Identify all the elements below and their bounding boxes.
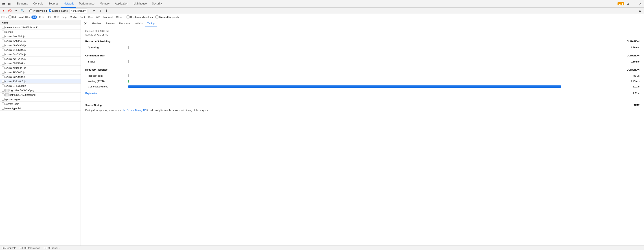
file-item[interactable]: chunk-cb0ad4e4.js (0, 66, 80, 70)
file-checkbox[interactable] (2, 76, 4, 78)
file-checkbox[interactable] (2, 80, 4, 83)
sub-tab-initiator[interactable]: Initiator (132, 20, 145, 27)
server-timing-api-link[interactable]: the Server Timing API (123, 109, 146, 111)
tab-sources[interactable]: Sources (46, 0, 61, 8)
tab-lighthouse[interactable]: Lighthouse (131, 0, 150, 8)
devtools-icon[interactable]: ⇄ (1, 1, 6, 7)
file-checkbox[interactable] (2, 93, 4, 96)
close-devtools-icon[interactable]: ✕ (638, 1, 643, 7)
file-item[interactable]: chunk-136cc8c0.js (0, 79, 80, 84)
file-checkbox[interactable] (2, 35, 4, 38)
tab-network[interactable]: Network (61, 0, 76, 8)
sub-tab-timing[interactable]: Timing (145, 20, 157, 27)
file-item[interactable]: chunk-fba471f8.js (0, 34, 80, 39)
close-detail-button[interactable]: ✕ (82, 21, 88, 26)
file-checkbox[interactable] (2, 58, 4, 60)
filter-btn-css[interactable]: CSS (52, 16, 60, 19)
file-checkbox[interactable] (2, 98, 4, 101)
filter-btn-manifest[interactable]: Manifest (102, 16, 114, 19)
filter-btn-other[interactable]: Other (114, 16, 124, 19)
file-item[interactable]: chunk-7182b1fa.js (0, 48, 80, 52)
filter-btn-all[interactable]: All (32, 16, 37, 19)
more-icon[interactable]: ⋮ (632, 1, 637, 7)
hide-data-urls-checkbox[interactable] (8, 16, 12, 19)
blocked-requests-label[interactable]: Blocked Requests (156, 16, 179, 19)
file-name: menus (6, 31, 13, 33)
file-checkbox[interactable] (2, 89, 4, 92)
filter-btn-xhr[interactable]: XHR (38, 16, 46, 19)
settings-icon[interactable]: ⚙ (625, 1, 630, 7)
file-item[interactable]: ga-messages (0, 97, 80, 102)
file-checkbox[interactable] (2, 31, 4, 33)
file-item[interactable]: current-login (0, 102, 80, 106)
file-checkbox[interactable] (2, 26, 4, 29)
timing-row-name: Request sent (88, 74, 128, 77)
tab-security[interactable]: Security (150, 0, 164, 8)
filter-icon[interactable]: ▼ (14, 9, 18, 13)
file-item[interactable]: clement-icons.21ad552a.woff (0, 25, 80, 30)
search-icon[interactable]: 🔍 (20, 9, 25, 13)
file-item[interactable]: logo-idss.5ef3a3ef.png (0, 88, 80, 93)
sub-tab-headers[interactable]: Headers (90, 20, 104, 27)
file-checkbox[interactable] (2, 49, 4, 51)
tab-application[interactable]: Application (112, 0, 131, 8)
file-item[interactable]: notfound.24588be9.png (0, 93, 80, 97)
file-item[interactable]: chunk-b3f49a4e.js (0, 57, 80, 61)
record-button[interactable]: ● (1, 9, 6, 13)
has-blocked-cookies-checkbox[interactable] (126, 16, 130, 19)
filter-btn-media[interactable]: Media (68, 16, 78, 19)
filter-btn-doc[interactable]: Doc (86, 16, 94, 19)
wifi-icon[interactable] (92, 9, 96, 13)
file-item[interactable]: event-type-list (0, 106, 80, 111)
file-item[interactable]: chunk-9788d5b0.js (0, 84, 80, 88)
file-item[interactable]: chunk-7d7698fc.js (0, 75, 80, 79)
explanation-link[interactable]: Explanation (85, 92, 98, 95)
disable-cache-label[interactable]: Disable cache (49, 10, 68, 12)
has-blocked-cookies-label[interactable]: Has blocked cookies (126, 16, 153, 19)
tab-memory[interactable]: Memory (97, 0, 112, 8)
tab-console[interactable]: Console (30, 0, 46, 8)
dock-icon[interactable]: ◧ (7, 1, 12, 7)
queued-at: Queued at 699.87 ms (85, 30, 640, 32)
clear-button[interactable]: 🚫 (8, 9, 12, 13)
export-icon[interactable]: ⬇ (104, 9, 108, 13)
filter-btn-ws[interactable]: WS (94, 16, 102, 19)
sub-tab-preview[interactable]: Preview (104, 20, 117, 27)
import-icon[interactable]: ⬆ (98, 9, 102, 13)
hide-data-urls-label[interactable]: Hide data URLs (8, 16, 30, 19)
timing-tick (128, 74, 128, 77)
filter-btn-js[interactable]: JS (46, 16, 52, 19)
disable-cache-checkbox[interactable] (49, 10, 52, 12)
tab-elements[interactable]: Elements (14, 0, 30, 8)
file-checkbox[interactable] (2, 107, 4, 110)
preserve-log-label[interactable]: Preserve log (30, 10, 47, 12)
file-checkbox[interactable] (2, 71, 4, 74)
file-item[interactable]: menus (0, 30, 80, 34)
preserve-log-checkbox[interactable] (30, 10, 32, 12)
file-checkbox[interactable] (2, 62, 4, 65)
file-checkbox[interactable] (2, 102, 4, 105)
file-item[interactable]: chunk-48a84a24.js (0, 43, 80, 48)
file-checkbox[interactable] (2, 53, 4, 56)
throttle-select[interactable]: No throttling ▾ (70, 9, 87, 13)
blocked-requests-checkbox[interactable] (156, 16, 158, 19)
filter-btn-font[interactable]: Font (78, 16, 86, 19)
timing-row-duration: 1.26 ms (622, 46, 640, 49)
tab-performance[interactable]: Performance (76, 0, 97, 8)
filter-btn-img[interactable]: Img (61, 16, 68, 19)
file-item[interactable]: chunk-9ffb3010.js (0, 70, 80, 75)
server-timing-title: Server Timing (85, 104, 102, 106)
file-item[interactable]: chunk-3ab3301c.js (0, 52, 80, 57)
file-item[interactable]: chunk-652f2882.js (0, 61, 80, 66)
file-checkbox[interactable] (2, 84, 4, 87)
sub-tab-response[interactable]: Response (117, 20, 132, 27)
warning-badge: ▲ 1 (618, 2, 624, 6)
main-tab-list: ElementsConsoleSourcesNetworkPerformance… (14, 0, 164, 8)
file-checkbox[interactable] (2, 67, 4, 69)
settings-panel-icon[interactable]: ⚙ (637, 8, 643, 14)
timing-row: Waiting (TTFB)1.79 ms (85, 78, 640, 84)
timing-section-header: Request/ResponseDURATION (85, 68, 640, 72)
file-checkbox[interactable] (2, 44, 4, 47)
file-item[interactable]: chunk-f5a644e2.js (0, 39, 80, 43)
file-checkbox[interactable] (2, 40, 4, 42)
